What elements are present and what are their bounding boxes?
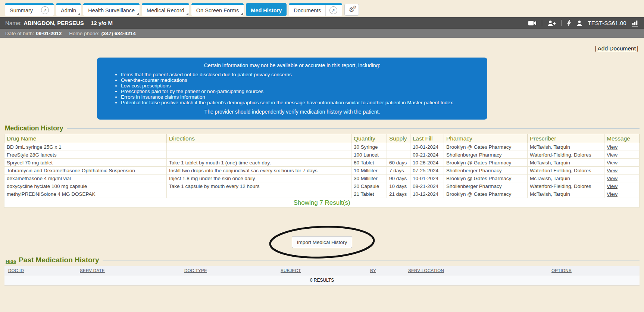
pharmacy-cell: Brooklyn @ Gates Pharmacy <box>444 174 528 182</box>
notice-bullet: Prescriptions paid for by the patient or… <box>121 89 478 94</box>
message-cell: View <box>604 182 640 190</box>
directions-cell <box>167 190 351 198</box>
directions-cell <box>167 151 351 159</box>
table-row: FreeStyle 28G lancets 100 Lancet 09-21-2… <box>4 151 640 159</box>
message-cell: View <box>604 167 640 174</box>
tab-documents[interactable]: Documents <box>289 3 342 16</box>
message-cell: View <box>604 174 640 182</box>
supply-cell <box>387 143 410 151</box>
supply-cell: 90 days <box>387 174 410 182</box>
tab-admin[interactable]: Admin <box>56 3 81 16</box>
view-message-link[interactable]: View <box>607 183 618 189</box>
tab-bar: Summary Admin Health Surveillance Medica… <box>0 0 644 17</box>
drug-name-cell: Sprycel 70 mg tablet <box>4 159 167 167</box>
results-count-text: Showing 7 Result(s) <box>4 198 640 208</box>
divider-line <box>67 128 640 129</box>
view-message-link[interactable]: View <box>607 191 618 197</box>
past-section-title: Past Medication History <box>19 256 99 264</box>
supply-cell: 21 days <box>387 190 410 198</box>
last-fill-cell: 10-12-2024 <box>410 190 444 198</box>
col-subject[interactable]: SUBJECT <box>278 266 368 275</box>
drug-name-cell: doxycycline hyclate 100 mg capsule <box>4 182 167 190</box>
prescriber-cell: McTavish, Tarquin <box>528 190 604 198</box>
add-document-row: | Add Document | <box>0 38 644 52</box>
tab-label: Med History <box>251 7 282 13</box>
phone-value: (347) 684-4214 <box>101 31 135 36</box>
drug-name-cell: FreeStyle 28G lancets <box>4 151 167 159</box>
tab-divider <box>37 5 37 16</box>
drug-name-cell: dexamethasone 4 mg/ml vial <box>4 174 167 182</box>
table-row: BD 3mL syringe 25G x 1 30 Syringe 10-01-… <box>4 143 640 151</box>
popout-arrow-icon[interactable] <box>41 6 49 14</box>
info-notice-box: Certain information may not be available… <box>97 58 487 120</box>
notice-bullet: Potential for false positive match if th… <box>121 100 478 105</box>
tab-med-history[interactable]: Med History <box>246 3 287 16</box>
tab-summary[interactable]: Summary <box>5 3 54 16</box>
table-row: Tobramycin and Dexamethasone Ophthalmic … <box>4 167 640 174</box>
table-row: Sprycel 70 mg tablet Take 1 tablet by mo… <box>4 159 640 167</box>
col-doc-type[interactable]: DOC TYPE <box>182 266 278 275</box>
toolbar-divider <box>561 20 562 26</box>
last-fill-cell: 08-21-2024 <box>410 182 444 190</box>
import-medical-history-button[interactable]: Import Medical History <box>292 236 352 248</box>
pharmacy-cell: Brooklyn @ Gates Pharmacy <box>444 143 528 151</box>
medication-history-table: Drug Name Directions Quantity Supply Las… <box>4 134 640 208</box>
message-cell: View <box>604 143 640 151</box>
popout-arrow-icon[interactable] <box>329 6 337 14</box>
add-person-icon[interactable] <box>547 20 556 26</box>
patient-subheader-bar: Date of birth: 09-01-2012 Home phone: (3… <box>0 29 644 38</box>
supply-cell: 7 days <box>387 167 410 174</box>
view-message-link[interactable]: View <box>607 144 618 150</box>
tab-health-surveillance[interactable]: Health Surveillance <box>83 3 140 16</box>
quantity-cell: 100 Lancet <box>351 151 387 159</box>
notice-bullet: Over-the-counter medications <box>121 77 478 83</box>
menu-corner-icon <box>137 13 139 15</box>
col-quantity: Quantity <box>351 134 387 143</box>
lightning-icon[interactable] <box>567 20 571 27</box>
tab-on-screen-forms[interactable]: On Screen Forms <box>191 3 244 16</box>
add-document-link[interactable]: Add Document <box>597 45 636 52</box>
tab-divider <box>325 5 326 16</box>
view-message-link[interactable]: View <box>607 152 618 158</box>
table-row: methylPREDNISolone 4 MG DOSEPAK 21 Table… <box>4 190 640 198</box>
bar-chart-icon[interactable] <box>632 20 639 27</box>
col-directions: Directions <box>167 134 351 143</box>
tab-medical-record[interactable]: Medical Record <box>142 3 189 16</box>
tab-label: Medical Record <box>147 7 184 13</box>
col-serv-date[interactable]: SERV DATE <box>78 266 182 275</box>
dob-label: Date of birth: <box>5 31 34 36</box>
pharmacy-cell: Brooklyn @ Gates Pharmacy <box>444 159 528 167</box>
person-icon[interactable] <box>576 20 582 26</box>
past-results-text: 0 RESULTS <box>4 275 640 285</box>
col-serv-location[interactable]: SERV LOCATION <box>406 266 549 275</box>
tab-label: On Screen Forms <box>196 7 239 13</box>
drug-name-cell: Tobramycin and Dexamethasone Ophthalmic … <box>4 167 167 174</box>
pipe-right: | <box>637 45 638 52</box>
patient-header-bar: Name: ABINGDON, PERSEUS 12 y/o M TEST-SS… <box>0 17 644 29</box>
tab-label: Summary <box>10 7 33 13</box>
view-message-link[interactable]: View <box>607 176 618 181</box>
prescriber-cell: McTavish, Tarquin <box>528 143 604 151</box>
directions-cell <box>167 143 351 151</box>
col-doc-id[interactable]: DOC ID <box>4 266 78 275</box>
settings-button[interactable] <box>344 4 359 16</box>
video-camera-icon[interactable] <box>528 20 537 26</box>
col-by[interactable]: BY <box>368 266 406 275</box>
prescriber-cell: Waterford-Fielding, Dolores <box>528 151 604 159</box>
quantity-cell: 30 Syringe <box>351 143 387 151</box>
col-options[interactable]: OPTIONS <box>549 266 640 275</box>
col-message: Message <box>604 134 640 143</box>
pharmacy-cell: Shollenberger Pharmacy <box>444 167 528 174</box>
drug-name-cell: BD 3mL syringe 25G x 1 <box>4 143 167 151</box>
patient-header-toolbar: TEST-SS61.00 <box>528 20 639 27</box>
prescriber-cell: Waterford-Fielding, Dolores <box>528 182 604 190</box>
last-fill-cell: 07-25-2024 <box>410 167 444 174</box>
hide-link[interactable]: Hide <box>6 259 16 264</box>
view-message-link[interactable]: View <box>607 160 618 166</box>
pharmacy-cell: Shollenberger Pharmacy <box>444 182 528 190</box>
col-pharmacy: Pharmacy <box>444 134 528 143</box>
last-fill-cell: 10-01-2024 <box>410 174 444 182</box>
last-fill-cell: 10-01-2024 <box>410 143 444 151</box>
view-message-link[interactable]: View <box>607 168 618 173</box>
notice-bullet: Errors in insurance claims information <box>121 94 478 100</box>
